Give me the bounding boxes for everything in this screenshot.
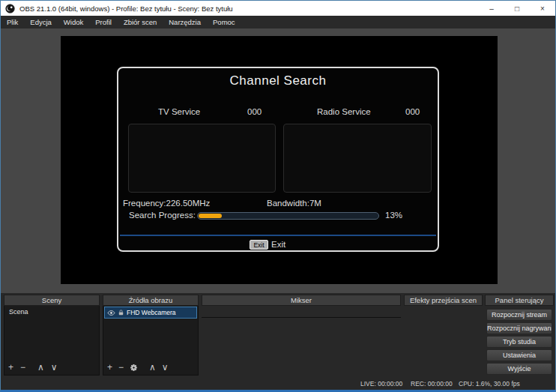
bandwidth-value: 7M (309, 199, 321, 208)
radio-service-label: Radio Service (317, 107, 371, 116)
start-streaming-button[interactable]: Rozpocznij stream (486, 309, 552, 321)
status-bar: LIVE: 00:00:00 REC: 00:00:00 CPU: 1.6%, … (1, 378, 555, 391)
maximize-button[interactable]: □ (504, 1, 530, 16)
cpu-fps: CPU: 1.6%, 30.00 fps (459, 380, 520, 388)
controls-panel-title: Panel sterujący (485, 295, 554, 306)
scenes-panel-title: Sceny (4, 295, 100, 306)
frequency-value: 226.50MHz (166, 199, 211, 208)
menu-widok[interactable]: Widok (58, 16, 89, 28)
dialog-title: Channel Search (118, 73, 438, 88)
settings-button[interactable]: Ustawienia (486, 349, 552, 361)
preview-video[interactable]: Channel Search TV Service 000 Radio Serv… (61, 36, 498, 284)
source-settings-gear-icon[interactable] (130, 364, 138, 372)
source-up-button[interactable]: ∧ (149, 362, 156, 373)
mixer-panel-title: Mikser (202, 295, 401, 306)
menu-pomoc[interactable]: Pomoc (207, 16, 241, 28)
titlebar: OBS 21.1.0 (64bit, windows) - Profile: B… (1, 1, 555, 16)
window-title: OBS 21.1.0 (64bit, windows) - Profile: B… (19, 4, 233, 13)
add-source-button[interactable]: + (107, 362, 112, 373)
exit-label: Exit (271, 240, 285, 249)
tv-service-label: TV Service (158, 107, 200, 116)
dialog-separator (120, 235, 436, 236)
sources-panel-title: Źródła obrazu (103, 295, 199, 306)
menu-zbior-scen[interactable]: Zbiór scen (118, 16, 163, 28)
scene-down-button[interactable]: ∨ (51, 362, 58, 373)
bandwidth-label: Bandwidth: (267, 199, 309, 208)
live-time: LIVE: 00:00:00 (360, 380, 402, 388)
tv-service-list (128, 124, 276, 193)
minimize-button[interactable]: – (479, 1, 504, 16)
scene-list-item[interactable]: Scena (4, 306, 99, 318)
remove-scene-button[interactable]: − (20, 362, 25, 373)
dock: Sceny Scena + − ∧ ∨ Źródła obrazu (1, 293, 555, 378)
source-name: FHD Webcamera (127, 309, 176, 316)
lock-icon[interactable] (118, 309, 124, 316)
exit-button[interactable]: Exit (250, 240, 268, 250)
scenes-panel: Sceny Scena + − ∧ ∨ (4, 295, 100, 376)
menu-narzedzia[interactable]: Narzędzia (163, 16, 207, 28)
visibility-eye-icon[interactable] (107, 309, 115, 317)
search-progress-bar (197, 212, 379, 220)
close-button[interactable]: × (530, 1, 555, 16)
bandwidth-row: Bandwidth:7M (267, 199, 321, 208)
transitions-panel-title: Efekty przejścia scen (404, 295, 483, 306)
menu-bar: Plik Edycja Widok Profil Zbiór scen Narz… (1, 16, 555, 28)
rec-time: REC: 00:00:00 (411, 380, 453, 388)
source-down-button[interactable]: ∨ (162, 362, 169, 373)
obs-logo-icon (5, 4, 15, 13)
sources-panel: Źródła obrazu FHD Webcamera + − (103, 295, 199, 376)
obs-window: OBS 21.1.0 (64bit, windows) - Profile: B… (0, 0, 556, 392)
menu-edycja[interactable]: Edycja (24, 16, 58, 28)
radio-service-list (283, 124, 432, 193)
radio-service-value: 000 (405, 107, 420, 116)
scene-up-button[interactable]: ∧ (37, 362, 44, 373)
frequency-label: Frequency: (123, 199, 166, 208)
tv-service-value: 000 (247, 107, 262, 116)
frequency-row: Frequency:226.50MHz (123, 199, 210, 208)
search-progress-label: Search Progress: (129, 211, 196, 220)
channel-search-dialog: Channel Search TV Service 000 Radio Serv… (117, 67, 439, 252)
transitions-panel: Efekty przejścia scen Zanikanie ▲▼ + − C… (404, 295, 483, 376)
search-progress-percent: 13% (385, 211, 402, 220)
studio-mode-button[interactable]: Tryb studia (486, 336, 552, 348)
remove-source-button[interactable]: − (118, 362, 124, 373)
menu-profil[interactable]: Profil (89, 16, 118, 28)
mixer-panel: Mikser Urządzenie audio 0.0 dB -60-55-50… (202, 295, 401, 376)
source-list-item-selected[interactable]: FHD Webcamera (104, 307, 197, 319)
exit-app-button[interactable]: Wyjście (486, 363, 552, 375)
controls-panel: Panel sterujący Rozpocznij stream Rozpoc… (485, 295, 554, 376)
add-scene-button[interactable]: + (8, 362, 13, 373)
menu-plik[interactable]: Plik (1, 16, 24, 28)
search-progress-fill (199, 214, 222, 218)
start-recording-button[interactable]: Rozpocznij nagrywanie (486, 322, 552, 334)
preview-area: Channel Search TV Service 000 Radio Serv… (1, 28, 555, 293)
